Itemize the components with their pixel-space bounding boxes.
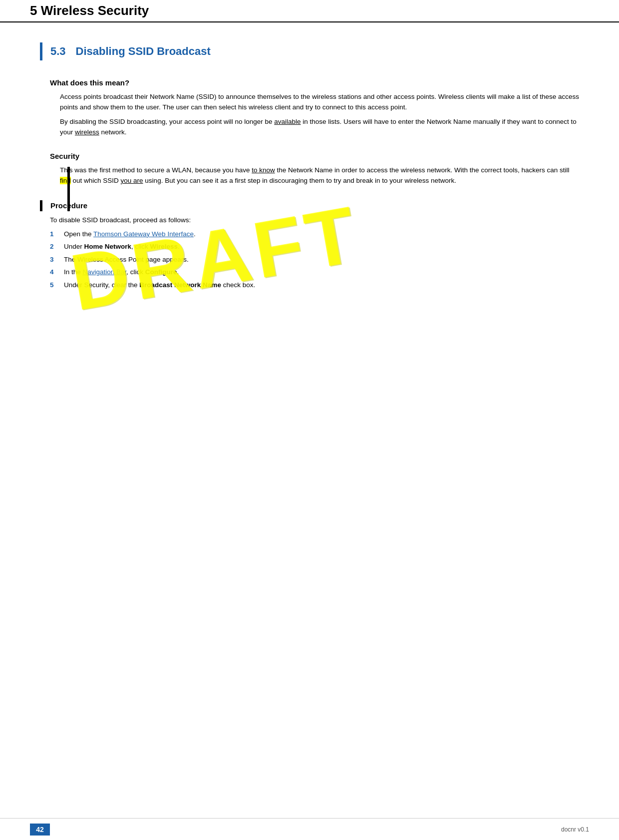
security-section: Security This was the first method to se…: [40, 152, 579, 186]
page-content: 5.3 Disabling SSID Broadcast What does t…: [0, 22, 619, 333]
step-4: 4 In the Navigation Bar, click Configure…: [50, 267, 579, 278]
thomson-gateway-link[interactable]: Thomson Gateway Web Interface: [93, 230, 194, 238]
section-heading: 5.3 Disabling SSID Broadcast: [40, 42, 579, 60]
what-does-this-mean-body: Access points broadcast their Network Na…: [50, 92, 579, 138]
navigation-bar-link[interactable]: Navigation Bar: [83, 268, 127, 276]
change-bar-procedure: [67, 200, 70, 211]
step-1: 1 Open the Thomson Gateway Web Interface…: [50, 229, 579, 240]
doc-reference: docnr v0.1: [561, 826, 589, 833]
security-para: This was the first method to secure a WL…: [60, 165, 579, 186]
wireless-label: Wireless: [150, 243, 178, 250]
what-does-this-mean-para1: Access points broadcast their Network Na…: [60, 92, 579, 113]
what-does-this-mean-para2: By disabling the SSID broadcasting, your…: [60, 117, 579, 138]
you-are-underline: you are: [121, 177, 143, 184]
page-footer: 42 docnr v0.1: [0, 818, 619, 840]
chapter-title: 5 Wireless Security: [30, 3, 149, 18]
step-2: 2 Under Home Network, click Wireless.: [50, 241, 579, 252]
available-underline: available: [274, 118, 301, 125]
what-does-this-mean-heading: What does this mean?: [50, 78, 579, 87]
change-bar-security: [67, 167, 70, 201]
configure-label: Configure: [145, 268, 177, 276]
wireless-underline: wireless: [75, 128, 99, 136]
section-bar-indicator: [40, 42, 42, 60]
step-3: 3 The Wireless Access Point page appears…: [50, 254, 579, 265]
procedure-section: Procedure To disable SSID broadcast, pro…: [40, 200, 579, 291]
security-heading: Security: [50, 152, 579, 160]
procedure-steps: 1 Open the Thomson Gateway Web Interface…: [40, 229, 579, 291]
what-does-this-mean-section: What does this mean? Access points broad…: [40, 78, 579, 138]
broadcast-network-name-label: Broadcast Network Name: [139, 281, 221, 289]
procedure-bar-indicator: [40, 200, 42, 211]
page-header: 5 Wireless Security: [0, 0, 619, 22]
to-know-underline: to know: [252, 166, 275, 174]
page-number: 42: [30, 824, 50, 836]
home-network-label: Home Network: [84, 243, 132, 250]
procedure-intro: To disable SSID broadcast, proceed as fo…: [40, 216, 579, 224]
step-5: 5 Under Security, clear the Broadcast Ne…: [50, 280, 579, 291]
